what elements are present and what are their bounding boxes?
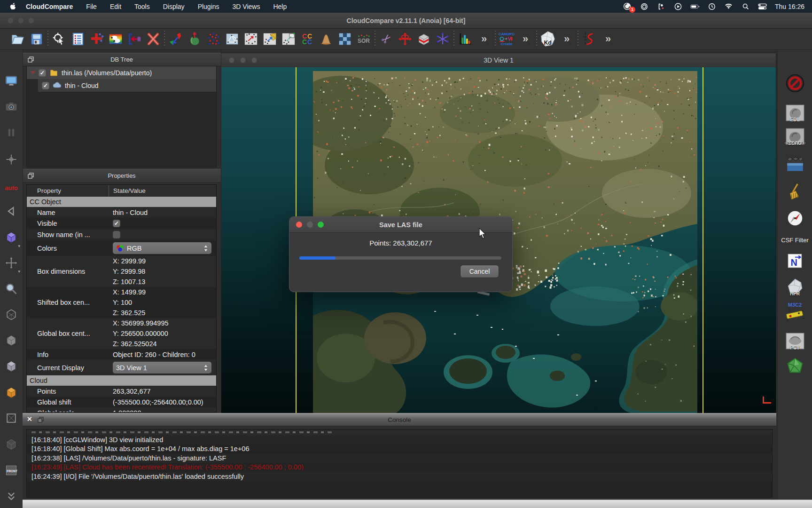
view-zoom-button[interactable] [251,57,257,63]
align-point-pairs-button[interactable]: CCCC [298,30,317,48]
app-notification-icon[interactable]: 1 [623,2,632,11]
window-zoom-button[interactable] [28,17,34,24]
compass-button[interactable] [784,207,806,229]
menu-clock[interactable]: Thu 16:26 [775,3,804,10]
cloud-mesh-distance-button[interactable] [260,30,279,48]
label-connected-button[interactable] [336,30,354,48]
console-log[interactable]: [16:18:40] [ccGLWindow] 3D view initiali… [26,429,773,498]
dark-box-button[interactable] [3,437,19,452]
dialog-minimize-button[interactable] [307,222,313,228]
collapse-left-button[interactable] [3,203,19,219]
dialog-zoom-button[interactable] [318,222,324,228]
pause-bars-button[interactable] [3,125,19,141]
menu-item-display[interactable]: Display [156,3,191,10]
pivot-button[interactable] [3,151,19,167]
screen-record-icon[interactable] [656,2,666,11]
translate-button[interactable] [166,30,185,48]
menu-item-3d-views[interactable]: 3D Views [226,3,267,10]
zoom-button[interactable] [3,281,19,297]
play-icon[interactable] [673,2,683,11]
point-picking-button[interactable] [50,30,69,48]
wire-cube-button[interactable] [3,307,19,323]
tree-item-thin[interactable]: ✓thin - Cloud [38,79,216,92]
camera-button[interactable] [3,99,19,115]
apple-menu-icon[interactable] [9,2,16,10]
undock-icon[interactable] [27,56,34,63]
add-point-button[interactable] [87,30,106,48]
outline-box-button[interactable] [3,410,19,426]
ring-icon[interactable] [640,2,649,11]
menu-item-edit[interactable]: Edit [103,3,128,10]
window-close-button[interactable] [8,17,14,24]
menu-item-plugins[interactable]: Plugins [191,3,226,10]
mesh-button[interactable] [223,30,242,48]
histogram-button[interactable] [456,30,475,48]
point-list-picking-button[interactable] [433,30,452,48]
front-view-button[interactable]: FRONT [3,462,19,478]
normals-arrow-button[interactable]: N [784,249,806,271]
s-curve-button[interactable] [580,30,599,48]
clone-button[interactable] [106,30,125,48]
view-minimize-button[interactable] [240,57,246,63]
pan-button[interactable]: ▾ [3,255,19,271]
pcv-button[interactable]: PCV [784,330,806,351]
search-icon[interactable] [741,2,750,11]
properties-list-button[interactable] [69,30,87,48]
dialog-close-button[interactable] [296,222,302,228]
overflow-button[interactable]: » [557,30,576,48]
menu-item-file[interactable]: File [79,3,103,10]
undock-icon[interactable] [27,172,34,179]
statistical-test-button[interactable] [317,30,336,48]
translate-rotate-button[interactable] [396,30,414,48]
display-button[interactable] [3,73,19,89]
open-button[interactable] [8,30,27,48]
register-button[interactable] [279,30,298,48]
animation-button[interactable] [784,154,806,176]
sor-filter-button[interactable]: SOR [354,30,373,48]
cloud-cloud-distance-button[interactable] [242,30,260,48]
bottom-scrollbar-track[interactable] [23,500,812,508]
battery-icon[interactable] [690,2,700,11]
view-close-button[interactable] [229,57,234,63]
broom-button[interactable] [784,182,806,203]
clipping-box-button[interactable] [414,30,433,48]
menu-item-tools[interactable]: Tools [128,3,156,10]
checkbox[interactable] [113,231,120,238]
menu-item-help[interactable]: Help [266,3,293,10]
visibility-checkbox[interactable]: ✓ [39,69,46,77]
edl-button[interactable]: EDL [784,102,806,123]
subsample-button[interactable] [204,30,223,48]
menu-app-name[interactable]: CloudCompare [19,3,79,10]
merge-button[interactable] [125,30,144,48]
cancel-button[interactable]: Cancel [460,265,499,278]
control-center-icon[interactable] [758,2,767,11]
no-filter-button[interactable] [784,72,806,94]
delete-button[interactable] [144,30,163,48]
expand-triangle-icon[interactable] [31,71,35,74]
colors-dropdown[interactable]: RGB [113,242,211,254]
canupo-button[interactable]: CANUPOCreate [497,30,516,48]
m3c2-button[interactable]: M3C2 [784,301,806,323]
cube-a-button[interactable] [3,333,19,349]
overflow-button[interactable]: » [475,30,493,48]
window-minimize-button[interactable] [18,17,24,24]
view-cube-button[interactable]: ▾ [3,230,19,246]
visibility-checkbox[interactable]: ✓ [42,82,49,89]
segment-button[interactable]: ✂ [377,30,396,48]
cube-b-button[interactable] [3,358,19,374]
tree-item-thin-las[interactable]: ✓thin.las (/Volumes/Data/puerto) [27,66,216,79]
wifi-icon[interactable] [724,2,734,11]
auto-pivot-button[interactable]: auto [3,180,19,196]
overflow-button[interactable]: » [516,30,535,48]
normals-button[interactable] [185,30,204,48]
current-display-dropdown[interactable]: 3D View 1 [113,362,211,373]
save-button[interactable] [27,30,46,48]
kd-tree-button[interactable]: Kd [539,30,557,48]
down-chevrons-button[interactable] [3,488,19,504]
orange-box-button[interactable] [3,385,19,401]
csf-filter-button[interactable]: CSF Filter [784,229,806,251]
facets-button[interactable] [784,356,806,377]
overflow-button[interactable]: » [599,30,617,48]
checkbox[interactable]: ✓ [113,220,120,227]
time-machine-icon[interactable] [707,2,717,11]
